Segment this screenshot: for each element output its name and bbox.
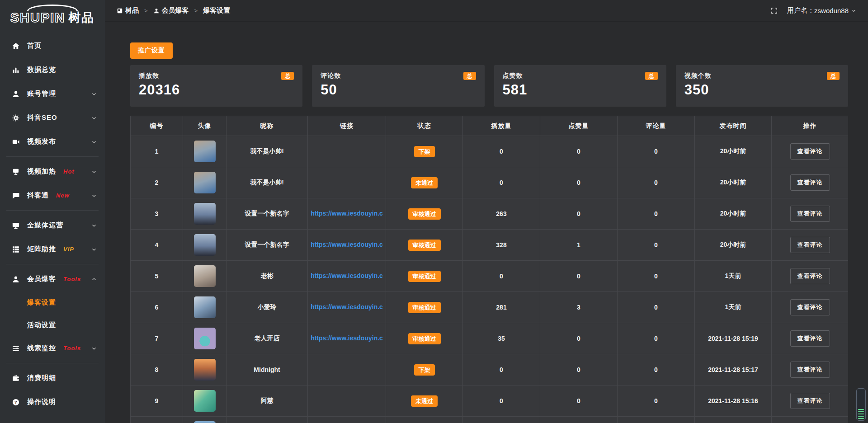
sidebar-menu: 首页 数据总览 账号管理 抖音SEO 视频发布 视频加热 Hot bbox=[0, 34, 105, 414]
view-comments-button[interactable]: 查看评论 bbox=[790, 330, 830, 347]
sidebar-item-video-heat[interactable]: 视频加热 Hot bbox=[0, 160, 105, 183]
view-comments-button[interactable]: 查看评论 bbox=[790, 237, 830, 253]
sidebar-item-account[interactable]: 账号管理 bbox=[0, 82, 105, 106]
cell-link bbox=[308, 136, 386, 167]
avatar bbox=[194, 390, 216, 412]
view-comments-button[interactable]: 查看评论 bbox=[790, 268, 830, 284]
stat-card: 评论数 总 50 bbox=[312, 65, 484, 107]
video-camera-icon bbox=[12, 138, 20, 146]
cell-nickname: 设置一个新名字 bbox=[226, 198, 308, 230]
cell-published bbox=[695, 417, 772, 423]
cell-actions: 查看评论 bbox=[772, 136, 849, 167]
cell-nickname: 阿慧 bbox=[226, 385, 308, 417]
user-menu[interactable]: 用户名： zswodun88 bbox=[787, 6, 856, 15]
sidebar-item-home[interactable]: 首页 bbox=[0, 34, 105, 58]
cell-id: 1 bbox=[131, 136, 183, 167]
widget-bar bbox=[858, 414, 864, 414]
cell-plays: 0 bbox=[463, 136, 540, 167]
table-row: 7 老人开店 https://www.iesdouyin.c 审核通过 35 0… bbox=[131, 323, 849, 354]
cell-plays: 0 bbox=[463, 354, 540, 385]
video-link[interactable]: https://www.iesdouyin.c bbox=[311, 303, 383, 310]
sidebar-item-spend-details[interactable]: 消费明细 bbox=[0, 366, 105, 390]
cell-published: 2021-11-28 15:17 bbox=[695, 354, 772, 385]
cell-id: 7 bbox=[131, 323, 183, 354]
view-comments-button[interactable]: 查看评论 bbox=[790, 362, 830, 378]
sidebar-item-member-baoke[interactable]: 会员爆客 Tools bbox=[0, 267, 105, 291]
video-link[interactable]: https://www.iesdouyin.c bbox=[311, 241, 383, 248]
status-badge: 下架 bbox=[414, 364, 435, 376]
cell-likes: 0 bbox=[540, 198, 618, 230]
sidebar-item-doukettong[interactable]: 抖客通 New bbox=[0, 183, 105, 207]
fullscreen-icon[interactable] bbox=[770, 7, 778, 14]
cell-avatar bbox=[183, 323, 226, 354]
view-comments-button[interactable]: 查看评论 bbox=[790, 206, 830, 222]
cell-nickname: 设置一个新名字 bbox=[226, 230, 308, 261]
cell-status: 下架 bbox=[386, 354, 463, 385]
cell-likes: 0 bbox=[540, 261, 618, 292]
cell-link: https://www.iesdouyin.c bbox=[308, 261, 386, 292]
sidebar-item-instructions[interactable]: ? 操作说明 bbox=[0, 390, 105, 414]
cell-plays: 0 bbox=[463, 261, 540, 292]
cell-link: https://www.iesdouyin.c bbox=[308, 230, 386, 261]
avatar bbox=[194, 141, 216, 162]
cell-likes: 3 bbox=[540, 292, 618, 323]
cell-link bbox=[308, 385, 386, 417]
cell-status: 未通过 bbox=[386, 385, 463, 417]
svg-text:?: ? bbox=[14, 400, 17, 404]
cell-published: 20小时前 bbox=[695, 198, 772, 230]
sidebar-item-data-overview[interactable]: 数据总览 bbox=[0, 58, 105, 82]
promo-settings-button[interactable]: 推广设置 bbox=[130, 42, 173, 59]
sidebar-item-video-publish[interactable]: 视频发布 bbox=[0, 130, 105, 154]
cell-avatar bbox=[183, 198, 226, 230]
cell-id: 6 bbox=[131, 292, 183, 323]
video-link[interactable]: https://www.iesdouyin.c bbox=[311, 210, 383, 217]
cell-likes: 0 bbox=[540, 167, 618, 198]
sidebar-item-douyin-seo[interactable]: 抖音SEO bbox=[0, 106, 105, 130]
view-comments-button[interactable]: 查看评论 bbox=[790, 299, 830, 315]
stat-value: 50 bbox=[321, 82, 476, 98]
sidebar-subitem-activity-settings[interactable]: 活动设置 bbox=[0, 314, 105, 336]
cell-avatar bbox=[183, 230, 226, 261]
cell-actions: 查看评论 bbox=[772, 354, 849, 385]
status-badge: 审核通过 bbox=[408, 240, 441, 251]
grid-icon bbox=[12, 245, 20, 254]
col-header-avatar: 头像 bbox=[183, 116, 226, 136]
username-label: 用户名： bbox=[787, 6, 814, 15]
sidebar-item-lead-monitor[interactable]: 线索监控 Tools bbox=[0, 336, 105, 360]
cell-link: https://www.iesdouyin.c bbox=[308, 323, 386, 354]
cell-status: 审核通过 bbox=[386, 323, 463, 354]
floating-widget[interactable] bbox=[856, 388, 866, 421]
table-row: 8 Midnight 下架 0 0 0 2021-11-28 15:17 查看评… bbox=[131, 354, 849, 385]
stat-label: 点赞数 bbox=[503, 72, 523, 80]
status-badge: 下架 bbox=[414, 146, 435, 157]
cell-comments: 0 bbox=[618, 167, 695, 198]
chevron-down-icon bbox=[91, 139, 97, 145]
cell-published: 20小时前 bbox=[695, 230, 772, 261]
video-link[interactable]: https://www.iesdouyin.c bbox=[311, 334, 383, 342]
user-icon bbox=[12, 275, 20, 283]
sidebar-item-omnimedia[interactable]: 全媒体运营 bbox=[0, 213, 105, 237]
cell-id bbox=[131, 417, 183, 423]
breadcrumb-item-shupin[interactable]: 树品 bbox=[117, 6, 139, 15]
sidebar: SHUPIN 树品 首页 数据总览 账号管理 抖音SEO 视频发布 bbox=[0, 0, 105, 423]
view-comments-button[interactable]: 查看评论 bbox=[790, 393, 830, 409]
breadcrumb-item-member-baoke[interactable]: 会员爆客 bbox=[153, 6, 189, 15]
table-row: 4 设置一个新名字 https://www.iesdouyin.c 审核通过 3… bbox=[131, 230, 849, 261]
videos-table: 编号 头像 昵称 链接 状态 播放量 点赞量 评论量 发布时间 操作 1 bbox=[130, 116, 848, 423]
video-link[interactable]: https://www.iesdouyin.c bbox=[311, 272, 383, 279]
avatar bbox=[194, 296, 216, 318]
status-badge: 审核通过 bbox=[408, 208, 441, 220]
sidebar-item-label: 抖音SEO bbox=[27, 113, 57, 122]
stat-label: 播放数 bbox=[139, 72, 159, 80]
view-comments-button[interactable]: 查看评论 bbox=[790, 174, 830, 191]
sidebar-item-label: 视频加热 bbox=[27, 167, 56, 176]
breadcrumb-label: 会员爆客 bbox=[162, 6, 189, 15]
sidebar-item-matrix-boost[interactable]: 矩阵助推 VIP bbox=[0, 237, 105, 261]
sidebar-item-label: 全媒体运营 bbox=[27, 221, 63, 230]
avatar bbox=[194, 359, 216, 381]
tools-tag: Tools bbox=[63, 276, 81, 282]
stat-value: 20316 bbox=[139, 82, 294, 98]
col-header-actions: 操作 bbox=[772, 116, 849, 136]
view-comments-button[interactable]: 查看评论 bbox=[790, 143, 830, 160]
sidebar-subitem-baoke-settings[interactable]: 爆客设置 bbox=[0, 291, 105, 314]
